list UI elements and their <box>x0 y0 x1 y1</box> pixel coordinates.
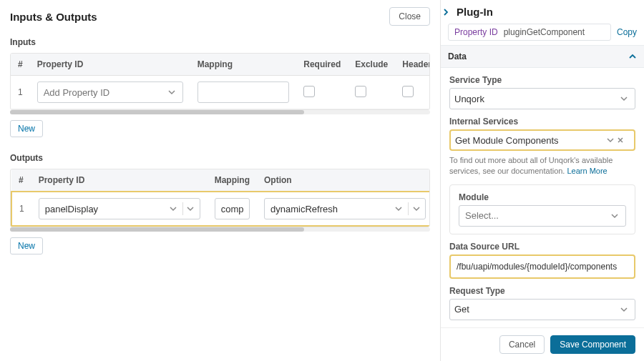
outputs-col-option: Option <box>257 169 430 192</box>
module-dropdown[interactable] <box>459 205 626 227</box>
plugin-panel: Plug-In Property ID pluginGetComponent C… <box>441 0 644 361</box>
data-source-url-input[interactable] <box>449 254 635 279</box>
inputs-col-header: Header <box>395 54 430 76</box>
outputs-property-dropdown[interactable] <box>39 198 200 219</box>
inputs-header-checkbox[interactable] <box>402 86 414 97</box>
table-row: 1 <box>11 192 430 226</box>
property-id-row: Property ID pluginGetComponent Copy <box>441 21 644 45</box>
inputs-col-mapping: Mapping <box>190 54 297 76</box>
outputs-property-input[interactable] <box>44 203 167 215</box>
service-type-value: Unqork <box>454 94 618 104</box>
outputs-option-dropdown[interactable] <box>264 198 426 219</box>
inputs-hscroll[interactable] <box>10 110 430 114</box>
chevron-down-icon <box>618 303 630 316</box>
inputs-row-idx: 1 <box>11 76 30 109</box>
chevron-up-icon <box>628 52 637 61</box>
io-title: Inputs & Outputs <box>10 11 97 23</box>
outputs-label: Outputs <box>10 153 430 163</box>
cancel-button[interactable]: Cancel <box>499 335 545 354</box>
request-type-value: Get <box>454 304 618 315</box>
internal-services-label: Internal Services <box>449 117 635 127</box>
io-section-header: Inputs & Outputs Edit <box>449 320 635 327</box>
plugin-title: Plug-In <box>457 6 493 18</box>
inputs-col-property: Property ID <box>30 54 190 76</box>
inputs-col-idx: # <box>11 54 30 76</box>
outputs-col-idx: # <box>11 169 31 192</box>
plugin-header: Plug-In <box>441 0 644 21</box>
chevron-down-icon <box>182 202 195 215</box>
data-section-title: Data <box>448 51 467 61</box>
plugin-footer: Cancel Save Component <box>441 327 644 361</box>
service-type-dropdown[interactable]: Unqork <box>449 88 635 109</box>
property-id-label: Property ID <box>454 27 498 37</box>
inputs-col-required: Required <box>296 54 348 76</box>
inputs-mapping-input[interactable] <box>197 81 290 103</box>
property-id-value: pluginGetComponent <box>504 27 585 37</box>
outputs-hscroll[interactable] <box>10 227 430 232</box>
chevron-down-icon <box>392 202 405 215</box>
data-section-header[interactable]: Data <box>441 45 644 68</box>
internal-services-dropdown[interactable]: Get Module Components <box>449 129 635 151</box>
chevron-down-icon <box>604 134 617 147</box>
inputs-property-input[interactable] <box>42 86 165 99</box>
data-source-label: Data Source URL <box>449 242 635 252</box>
outputs-option-input[interactable] <box>269 203 392 215</box>
services-help-text: To find out more about all of Unqork's a… <box>449 155 635 177</box>
outputs-new-button[interactable]: New <box>10 237 43 254</box>
service-type-label: Service Type <box>449 75 635 85</box>
module-label: Module <box>459 192 626 202</box>
inputs-exclude-checkbox[interactable] <box>355 86 366 97</box>
learn-more-link[interactable]: Learn More <box>567 167 607 175</box>
outputs-row-idx: 1 <box>11 192 31 226</box>
module-block: Module <box>449 184 635 234</box>
module-input[interactable] <box>464 209 608 222</box>
outputs-col-property: Property ID <box>31 169 208 192</box>
chevron-down-icon <box>408 202 421 215</box>
inputs-col-exclude: Exclude <box>348 54 395 76</box>
outputs-table-wrap: # Property ID Mapping Option Header 1 <box>10 169 430 227</box>
inputs-table: # Property ID Mapping Required Exclude H… <box>11 54 430 109</box>
chevron-down-icon <box>618 92 630 105</box>
outputs-table: # Property ID Mapping Option Header 1 <box>11 169 430 227</box>
data-section-body: Service Type Unqork Internal Services Ge… <box>441 68 644 327</box>
inputs-new-button[interactable]: New <box>10 120 43 137</box>
chevron-down-icon <box>608 209 621 222</box>
clear-icon[interactable] <box>617 137 630 144</box>
copy-link[interactable]: Copy <box>617 27 637 37</box>
inputs-table-wrap: # Property ID Mapping Required Exclude H… <box>10 53 430 110</box>
close-button[interactable]: Close <box>389 7 430 26</box>
io-header: Inputs & Outputs Close <box>10 7 430 26</box>
chevron-right-icon[interactable] <box>442 9 452 16</box>
outputs-mapping-input[interactable] <box>215 198 250 219</box>
internal-services-value: Get Module Components <box>455 135 604 146</box>
request-type-dropdown[interactable]: Get <box>449 299 635 320</box>
inputs-required-checkbox[interactable] <box>303 86 315 97</box>
save-component-button[interactable]: Save Component <box>550 335 635 354</box>
table-row: 1 <box>11 76 430 109</box>
chevron-down-icon <box>165 86 178 99</box>
request-type-label: Request Type <box>449 286 635 296</box>
chevron-down-icon <box>167 202 180 215</box>
property-id-box: Property ID pluginGetComponent <box>448 24 611 41</box>
inputs-property-dropdown[interactable] <box>37 81 183 103</box>
outputs-col-mapping: Mapping <box>208 169 257 192</box>
inputs-label: Inputs <box>10 37 430 47</box>
inputs-outputs-panel: Inputs & Outputs Close Inputs # Property… <box>0 0 441 361</box>
